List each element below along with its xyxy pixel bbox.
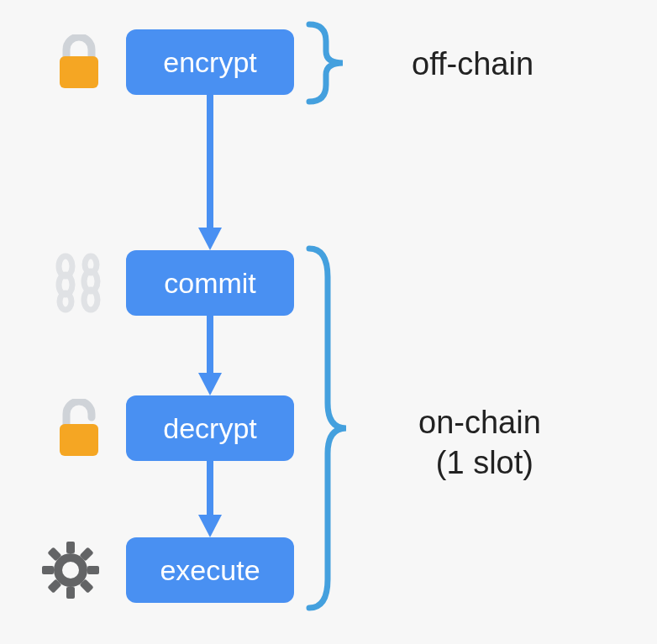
svg-rect-10 bbox=[66, 587, 75, 599]
label-onchain: on-chain (1 slot) bbox=[418, 403, 541, 483]
svg-rect-0 bbox=[60, 56, 98, 88]
svg-point-3 bbox=[60, 293, 71, 310]
node-encrypt: encrypt bbox=[126, 29, 294, 95]
label-offchain: off-chain bbox=[412, 45, 533, 85]
svg-rect-9 bbox=[66, 542, 75, 553]
icon-decrypt-slot bbox=[46, 395, 112, 461]
node-commit: commit bbox=[126, 250, 294, 316]
node-commit-label: commit bbox=[164, 267, 256, 300]
svg-rect-12 bbox=[87, 566, 99, 574]
node-decrypt-label: decrypt bbox=[163, 412, 257, 445]
label-onchain-text-1: on-chain bbox=[418, 403, 541, 443]
svg-rect-11 bbox=[42, 566, 54, 574]
svg-marker-19 bbox=[198, 228, 222, 250]
arrow-1 bbox=[126, 95, 294, 250]
icon-encrypt-slot bbox=[46, 29, 112, 95]
node-execute: execute bbox=[126, 537, 294, 603]
chain-icon bbox=[50, 253, 108, 313]
node-decrypt: decrypt bbox=[126, 395, 294, 461]
label-onchain-text-2: (1 slot) bbox=[428, 443, 541, 484]
label-offchain-text: off-chain bbox=[412, 46, 533, 81]
lock-closed-icon bbox=[55, 34, 103, 90]
brace-onchain bbox=[302, 243, 353, 616]
svg-rect-7 bbox=[60, 424, 98, 456]
icon-execute-slot bbox=[38, 537, 103, 603]
diagram-root: encrypt commit decrypt exe bbox=[0, 0, 657, 644]
svg-marker-23 bbox=[198, 515, 222, 537]
arrow-2 bbox=[126, 316, 294, 395]
node-execute-label: execute bbox=[160, 554, 260, 587]
arrow-3 bbox=[126, 461, 294, 537]
icon-commit-slot bbox=[46, 250, 112, 316]
svg-marker-21 bbox=[198, 373, 222, 395]
flow-column: encrypt commit decrypt exe bbox=[126, 29, 294, 603]
brace-offchain bbox=[302, 21, 349, 108]
node-encrypt-label: encrypt bbox=[163, 46, 257, 79]
svg-point-17 bbox=[62, 562, 79, 579]
lock-open-icon bbox=[55, 399, 103, 458]
gear-icon bbox=[40, 540, 101, 600]
